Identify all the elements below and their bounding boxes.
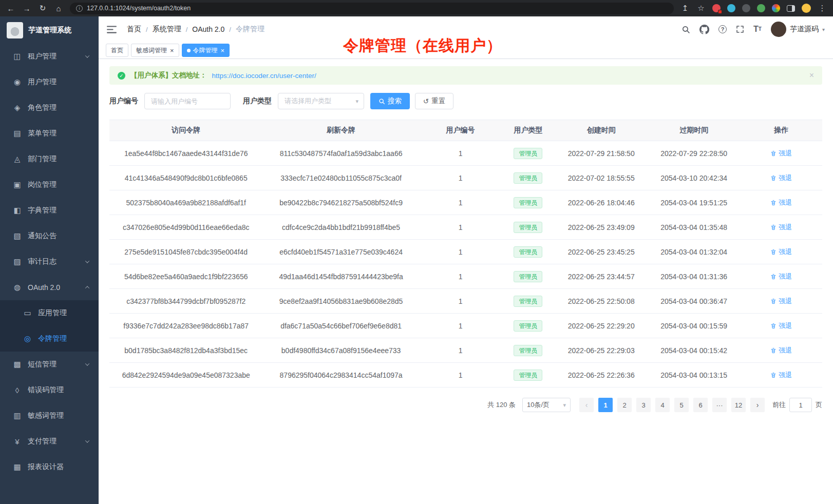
force-logout-button[interactable]: 强退 [770,223,792,232]
app-logo: 芋道管理系统 [0,16,99,44]
tab-home[interactable]: 首页 × [106,44,128,57]
tab-close-icon[interactable]: × [221,47,225,54]
sidebar-item-notice[interactable]: ▧ 通知公告 [0,223,99,249]
search-icon[interactable] [681,25,690,34]
tab-token[interactable]: 令牌管理 × [182,44,230,57]
doc-link[interactable]: https://doc.iocoder.cn/user-center/ [212,72,316,80]
reset-button[interactable]: ↺ 重置 [415,93,453,109]
force-logout-button[interactable]: 强退 [770,321,792,331]
alert-close-icon[interactable]: × [809,71,814,80]
force-logout-button[interactable]: 强退 [770,297,792,306]
sidebar-item-sms[interactable]: ▩ 短信管理 [0,352,99,377]
page-button-3[interactable]: 3 [636,398,651,412]
user-menu[interactable]: 芋道源码 ▾ [771,22,825,37]
page-size-select[interactable]: 10条/页 ▾ [522,398,571,412]
help-icon[interactable]: ? [718,25,727,33]
tag-tabs-bar: 首页 × 敏感词管理 × 令牌管理 × [99,42,833,59]
side-panel-icon[interactable] [787,5,795,12]
extensions-puzzle-icon[interactable] [772,4,780,12]
extension-icon-teal[interactable] [727,4,735,12]
browser-back-icon[interactable]: ← [6,4,15,13]
breadcrumb-system[interactable]: 系统管理 [153,25,181,34]
tab-close-icon[interactable]: × [170,47,174,54]
browser-reload-icon[interactable]: ↻ [38,4,47,13]
site-info-icon[interactable]: i [76,5,83,12]
trash-icon [770,323,777,329]
browser-forward-icon[interactable]: → [22,4,31,13]
sidebar-item-menu[interactable]: ▤ 菜单管理 [0,121,99,146]
share-icon[interactable]: ↥ [680,4,690,13]
font-size-icon[interactable]: TT [753,25,762,33]
breadcrumb-separator: / [146,26,148,33]
sidebar-item-post[interactable]: ▣ 岗位管理 [0,172,99,198]
sidebar-item-user[interactable]: ◉ 用户管理 [0,69,99,95]
col-refresh-token: 刷新令牌 [262,126,419,135]
sidebar-item-oauth-app[interactable]: ▭ 应用管理 [0,300,99,326]
sidebar-item-report[interactable]: ▦ 报表设计器 [0,454,99,480]
next-page-button[interactable]: › [750,398,765,412]
user-icon: ◉ [13,77,22,87]
sidebar-item-label: 应用管理 [38,308,90,318]
force-logout-button[interactable]: 强退 [770,371,792,380]
audit-log-icon: ▨ [13,257,22,266]
success-check-icon: ✓ [118,72,125,80]
sidebar-item-dict[interactable]: ◧ 字典管理 [0,198,99,223]
refresh-token-cell: 8796295f04064c2983414cc54af1097a [262,371,419,379]
page-button-4[interactable]: 4 [655,398,670,412]
header-tools: ? TT 芋道源码 ▾ [681,22,825,37]
sidebar-item-error-code[interactable]: ◊ 错误码管理 [0,377,99,403]
sidebar-toggle-icon[interactable] [107,25,117,34]
browser-toolbar-icons: ↥ ☆ ⋮ [680,4,827,13]
user-id-cell: 1 [420,149,502,158]
expire-time-cell: 2054-03-04 00:36:47 [648,297,740,305]
table-row: c342377bf8b344799dcbf7bf095287f2 9ce8ef2… [109,289,822,314]
page-button-6[interactable]: 6 [693,398,708,412]
bookmark-star-icon[interactable]: ☆ [696,4,706,13]
force-logout-button[interactable]: 强退 [770,247,792,257]
extension-icon-dark[interactable] [742,4,750,12]
sidebar-item-oauth-token[interactable]: ◎ 令牌管理 [0,326,99,352]
breadcrumb-home[interactable]: 首页 [127,25,141,34]
table-row: c347026e805e4d99b0d116eae66eda8c cdfc4ce… [109,215,822,240]
page-more-button[interactable]: ··· [712,398,727,412]
browser-home-icon[interactable]: ⌂ [54,4,63,13]
sidebar: 芋道管理系统 ◫ 租户管理 ◉ 用户管理 ◈ 角色管理 [0,16,99,504]
force-logout-button[interactable]: 强退 [770,346,792,355]
page-button-5[interactable]: 5 [674,398,689,412]
sidebar-item-oauth[interactable]: ◍ OAuth 2.0 [0,275,99,300]
page-button-12[interactable]: 12 [731,398,746,412]
browser-profile-avatar[interactable] [802,4,811,13]
user-id-cell: 1 [420,174,502,182]
force-logout-button[interactable]: 强退 [770,149,792,158]
sidebar-item-tenant[interactable]: ◫ 租户管理 [0,44,99,69]
sidebar-item-sensitive[interactable]: ▥ 敏感词管理 [0,403,99,429]
user-id-input[interactable] [144,93,231,109]
tab-sensitive-word[interactable]: 敏感词管理 × [131,44,179,57]
extension-icon-green[interactable] [757,4,765,12]
sidebar-item-dept[interactable]: ◬ 部门管理 [0,146,99,172]
browser-menu-icon[interactable]: ⋮ [818,4,827,13]
access-token-cell: 54d6be82ee5a460a9aedc1f9bf223656 [109,273,262,281]
table-row: 41c41346a548490f9dc8b01c6bfe0865 333ecfc… [109,166,822,190]
goto-page-input[interactable] [789,398,812,412]
force-logout-button[interactable]: 强退 [770,272,792,281]
force-logout-button[interactable]: 强退 [770,173,792,183]
fullscreen-icon[interactable] [736,25,744,33]
top-header: 首页 / 系统管理 / OAuth 2.0 / 令牌管理 ? TT [99,16,833,42]
search-button[interactable]: 搜索 [370,93,410,109]
page-button-1[interactable]: 1 [598,398,613,412]
page-button-2[interactable]: 2 [617,398,632,412]
sidebar-item-role[interactable]: ◈ 角色管理 [0,95,99,121]
address-bar[interactable]: i 127.0.0.1:1024/system/oauth2/token [70,3,674,14]
col-user-id: 用户编号 [420,126,502,135]
user-type-select[interactable]: 请选择用户类型 ▾ [278,93,364,109]
sidebar-item-pay[interactable]: ¥ 支付管理 [0,429,99,454]
search-form: 用户编号 用户类型 请选择用户类型 ▾ 搜索 ↺ 重置 [109,93,822,109]
sidebar-item-audit-log[interactable]: ▨ 审计日志 [0,249,99,275]
force-logout-button[interactable]: 强退 [770,198,792,207]
github-icon[interactable] [699,25,709,34]
prev-page-button[interactable]: ‹ [579,398,594,412]
dict-icon: ◧ [13,206,22,215]
breadcrumb-oauth[interactable]: OAuth 2.0 [192,25,224,33]
extension-icon-red[interactable] [712,4,721,12]
